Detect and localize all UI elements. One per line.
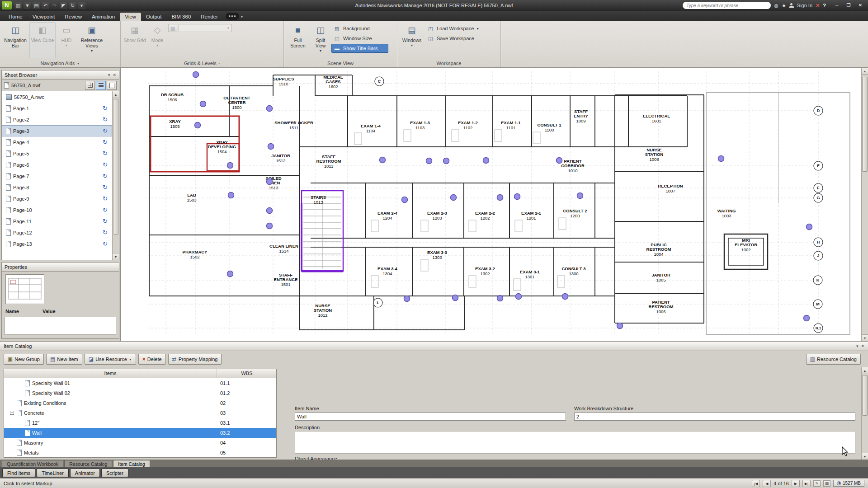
last-sheet-button[interactable]: ▶| [802,480,811,487]
exchange-apps-icon[interactable]: ✕ [816,2,820,9]
scroll-down-icon[interactable]: ▼ [113,253,119,260]
catalog-scroll-down-icon[interactable]: ▼ [862,453,868,460]
sheet-item-page-13[interactable]: Page-13↻ [2,238,112,249]
select-icon[interactable]: ◤ [60,2,67,9]
sheet-item-page-9[interactable]: Page-9↻ [2,193,112,204]
canvas-scroll-down-icon[interactable]: ▼ [862,334,868,341]
catalog-scroll-up-icon[interactable]: ▲ [862,367,868,374]
favorites-star-icon[interactable]: ★ [782,2,786,9]
panel-pin-icon[interactable]: ▾ [108,73,110,77]
windows-button[interactable]: ▤ Windows ▼ [400,22,424,58]
viewcube-button[interactable]: ◧ View Cube [29,22,56,58]
ribbon-tab-output[interactable]: Output [141,13,167,21]
markup-marker[interactable] [200,101,206,107]
markup-marker[interactable] [267,223,273,229]
sub-tab-item-catalog[interactable]: Item Catalog [113,460,150,467]
panel-close-icon[interactable]: ✕ [113,73,116,77]
navigation-bar-button[interactable]: ◫ Navigation Bar [2,22,28,58]
markup-marker[interactable] [227,271,233,277]
load-workspace-button[interactable]: ◰ Load Workspace ▼ [425,24,493,33]
ribbon-tab-bim-360[interactable]: BIM 360 [166,13,196,21]
levels-icon-button[interactable]: ▤ [168,24,177,32]
help-icon[interactable]: ? [823,2,826,9]
level-select[interactable]: ▼ [179,24,232,32]
dock-tab-scripter[interactable]: Scripter [101,469,128,477]
markup-marker[interactable] [453,295,458,301]
markup-marker[interactable] [718,156,724,162]
markup-marker[interactable] [483,158,489,164]
redo-icon[interactable]: ↷ [51,2,58,9]
delete-button[interactable]: × Delete [138,354,166,365]
sheet-item-page-6[interactable]: Page-6↻ [2,159,112,170]
sub-tab-resource-catalog[interactable]: Resource Catalog [64,460,112,467]
markup-marker[interactable] [557,158,562,164]
markup-marker[interactable] [443,158,449,164]
save-icon[interactable]: ▼ [24,2,31,9]
catalog-pin-icon[interactable]: ▾ [856,344,859,348]
sheet-item-page-3[interactable]: Page-3↻ [2,125,112,136]
sheet-item-page-2[interactable]: Page-2↻ [2,114,112,125]
open-icon[interactable]: ▥ [14,2,22,9]
ribbon-tab-review[interactable]: Review [60,13,87,21]
markup-marker[interactable] [267,208,273,214]
sign-in-link[interactable]: Sign In [797,2,812,9]
markup-marker[interactable] [497,296,503,301]
save-workspace-button[interactable]: ◲ Save Workspace [425,34,493,43]
markup-pen-icon[interactable]: ✎ [813,480,821,487]
dock-tab-timeliner[interactable]: TimeLiner [37,469,69,477]
undo-icon[interactable]: ↶ [42,2,49,9]
new-item-button[interactable]: ▤ New Item [46,354,82,365]
markup-marker[interactable] [195,122,201,128]
scroll-up-icon[interactable]: ▲ [113,91,119,98]
markup-marker[interactable] [514,194,520,200]
catalog-close-icon[interactable]: ✕ [861,344,864,348]
next-sheet-button[interactable]: ▶ [792,480,800,487]
markup-marker[interactable] [451,195,457,201]
group-label-navigation-aids[interactable]: Navigation Aids ▼ [0,59,120,67]
property-mapping-button[interactable]: ⇄ Property Mapping [168,354,222,365]
markup-marker[interactable] [228,192,234,198]
background-toggle[interactable]: ▨ Background [331,24,388,33]
markup-marker[interactable] [267,106,273,112]
first-sheet-button[interactable]: |◀ [752,480,760,487]
reference-views-button[interactable]: ▣ Reference Views ▼ [77,22,106,58]
sheet-item-56750-a-nwc[interactable]: 56750_A.nwc [2,91,112,103]
canvas-scrollbar[interactable]: ▲ ▼ [861,68,868,341]
split-view-button[interactable]: ◫ Split View ▼ [311,22,330,58]
restore-button[interactable]: ❐ [843,1,854,9]
canvas-scroll-up-icon[interactable]: ▲ [862,68,868,75]
group-label-grids-levels[interactable]: Grids & Levels » [121,59,283,67]
catalog-scroll-thumb[interactable] [862,375,868,416]
dock-tab-animator[interactable]: Animator [70,469,100,477]
prev-sheet-button[interactable]: ◀ [763,480,771,487]
scene-view-canvas[interactable]: DR SCRUB1506XRAY1505OUTPATIENTCENTER1500… [121,68,861,341]
item-catalog-header[interactable]: Item Catalog ▾ ✕ [0,342,868,351]
markup-marker[interactable] [268,144,274,150]
markup-marker[interactable] [193,72,199,78]
markup-marker[interactable] [516,294,522,300]
communication-center-icon[interactable]: ◍ [774,2,778,9]
thumbnail-view-button[interactable] [85,81,95,90]
qat-dropdown-icon[interactable]: ▾ [78,2,85,9]
markup-marker[interactable] [562,294,568,300]
ribbon-tab-render[interactable]: Render [196,13,223,21]
description-input[interactable] [295,431,855,454]
new-group-button[interactable]: ▣ New Group [4,354,44,365]
markup-marker[interactable] [497,195,503,201]
sheet-item-page-8[interactable]: Page-8↻ [2,182,112,193]
markup-marker[interactable] [404,296,410,302]
window-size-toggle[interactable]: ◱ Window Size [331,34,388,43]
print-icon[interactable]: ▤ [33,2,40,9]
sheet-item-page-1[interactable]: Page-1↻ [2,103,112,114]
item-name-input[interactable] [295,413,566,421]
ribbon-tab-animation[interactable]: Animation [87,13,120,21]
markup-marker[interactable] [402,197,408,203]
show-grid-button[interactable]: ▦ Show Grid [123,22,146,58]
markup-marker[interactable] [227,163,233,169]
wbs-input[interactable] [574,413,855,421]
sheet-item-page-12[interactable]: Page-12↻ [2,227,112,238]
list-view-button[interactable] [96,81,106,90]
markup-marker[interactable] [577,193,583,199]
search-box[interactable] [683,2,771,9]
markup-marker[interactable] [380,157,386,163]
